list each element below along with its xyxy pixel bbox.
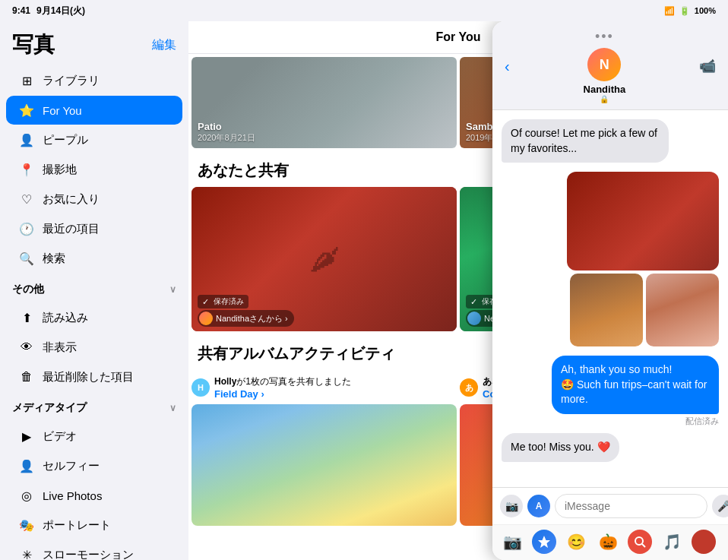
bubble-me-1: Ah, thank you so much!🤩 Such fun trips–c… bbox=[552, 356, 719, 414]
top-photo-patio-date: 2020年8月21日 bbox=[198, 132, 255, 144]
sidebar-item-for-you[interactable]: ⭐ For You bbox=[6, 96, 182, 125]
sidebar-item-places-label: 撮影地 bbox=[43, 163, 77, 177]
sidebar-item-selfie[interactable]: 👤 セルフィー bbox=[6, 451, 182, 480]
messages-more-icon[interactable]: ••• bbox=[595, 29, 614, 45]
sidebar-item-hidden-label: 非表示 bbox=[43, 340, 77, 355]
other-chevron-icon[interactable]: ∨ bbox=[169, 284, 176, 295]
sidebar-item-video-label: ビデオ bbox=[43, 429, 77, 444]
msg-photo-chili[interactable] bbox=[567, 172, 719, 271]
msg-photos-them bbox=[502, 172, 719, 346]
contact-avatar[interactable]: N bbox=[587, 48, 621, 81]
video-call-button[interactable]: 📹 bbox=[696, 55, 719, 78]
nanditha-avatar bbox=[199, 312, 213, 325]
msg-photos-row bbox=[570, 274, 719, 346]
sidebar-main-section: ⊞ ライブラリ ⭐ For You 👤 ピープル 📍 撮影地 ♡ お気に入り 🕐 bbox=[0, 65, 188, 274]
sidebar-item-people[interactable]: 👤 ピープル bbox=[6, 125, 182, 154]
activity-holly-header: H Hollyが1枚の写真を共有しました Field Day › bbox=[191, 373, 457, 404]
messages-avatar-container: N bbox=[587, 48, 621, 81]
svg-line-4 bbox=[642, 544, 645, 547]
messages-header-center: ••• N Nanditha 🔒 bbox=[513, 29, 696, 103]
sidebar-item-selfie-label: セルフィー bbox=[43, 459, 100, 473]
sidebar: 写真 編集 ⊞ ライブラリ ⭐ For You 👤 ピープル 📍 撮影地 ♡ bbox=[0, 21, 188, 560]
sidebar-item-slowmo[interactable]: ✳ スローモーション bbox=[6, 540, 182, 560]
emoji-camera[interactable]: 📷 bbox=[500, 530, 524, 554]
emoji-bar: 📷 😊 🎃 🎵 bbox=[492, 524, 728, 560]
bubble-them-2: Me too! Miss you. ❤️ bbox=[502, 433, 619, 462]
shared-from-nanditha[interactable]: Nandithaさんから › bbox=[198, 310, 294, 327]
status-bar-right: 📶 🔋 100% bbox=[664, 6, 716, 16]
media-section-header: メディアタイプ ∨ bbox=[0, 392, 188, 418]
mic-button[interactable]: 🎤 bbox=[712, 495, 728, 517]
portrait-icon: 🎭 bbox=[18, 517, 35, 533]
video-icon: ▶ bbox=[18, 428, 35, 445]
messages-chat: Of course! Let me pick a few of my favor… bbox=[492, 110, 728, 487]
emoji-search[interactable] bbox=[628, 530, 652, 554]
sidebar-item-portrait-label: ポートレート bbox=[43, 518, 111, 533]
media-chevron-icon[interactable]: ∨ bbox=[169, 403, 176, 413]
sidebar-item-live[interactable]: ◎ Live Photos bbox=[6, 481, 182, 510]
other-section-header: その他 ∨ bbox=[0, 274, 188, 299]
activity-holly-photo[interactable] bbox=[191, 404, 457, 526]
status-date: 9月14日(火) bbox=[36, 5, 85, 17]
media-section-title: メディアタイプ bbox=[12, 401, 87, 415]
places-icon: 📍 bbox=[18, 161, 35, 178]
favorites-icon: ♡ bbox=[18, 191, 35, 207]
checkmark-icon: ✓ bbox=[202, 297, 209, 307]
emoji-appstore[interactable] bbox=[532, 530, 556, 554]
contact-sub: 🔒 bbox=[600, 95, 609, 103]
main-title: For You bbox=[436, 30, 481, 44]
checkmark-icon2: ✓ bbox=[470, 297, 477, 307]
activity-item-holly: H Hollyが1枚の写真を共有しました Field Day › bbox=[191, 373, 457, 526]
activity-holly-album[interactable]: Field Day › bbox=[214, 388, 351, 400]
sidebar-item-favorites[interactable]: ♡ お気に入り bbox=[6, 185, 182, 214]
msg-photo-person[interactable] bbox=[570, 274, 643, 346]
emoji-music[interactable]: 🎵 bbox=[660, 530, 684, 554]
sidebar-item-portrait[interactable]: 🎭 ポートレート bbox=[6, 511, 182, 539]
msg-photo-train[interactable] bbox=[646, 274, 719, 346]
sidebar-item-recent[interactable]: 🕐 最近の項目 bbox=[6, 214, 182, 243]
edit-button[interactable]: 編集 bbox=[152, 37, 176, 53]
sidebar-item-video[interactable]: ▶ ビデオ bbox=[6, 422, 182, 451]
emoji-red-circle[interactable] bbox=[692, 530, 716, 554]
sidebar-item-search[interactable]: 🔍 検索 bbox=[6, 244, 182, 273]
sidebar-item-hidden[interactable]: 👁 非表示 bbox=[6, 333, 182, 362]
people-icon: 👤 bbox=[18, 131, 35, 148]
messages-back-button[interactable]: ‹ bbox=[502, 55, 513, 78]
bubble-them-1: Of course! Let me pick a few of my favor… bbox=[502, 119, 669, 163]
sidebar-other-section: ⬆ 読み込み 👁 非表示 🗑 最近削除した項目 bbox=[0, 302, 188, 392]
search-icon: 🔍 bbox=[18, 250, 35, 267]
sidebar-item-places[interactable]: 📍 撮影地 bbox=[6, 155, 182, 184]
wifi-icon: 📶 bbox=[664, 6, 675, 16]
colors-avatar: あ bbox=[460, 378, 478, 397]
deleted-icon: 🗑 bbox=[18, 369, 35, 385]
emoji-face[interactable]: 😊 bbox=[564, 530, 588, 554]
for-you-icon: ⭐ bbox=[18, 102, 35, 119]
messages-header: ‹ ••• N Nanditha 🔒 📹 bbox=[492, 21, 728, 110]
activity-holly-action: Hollyが1枚の写真を共有しました bbox=[214, 376, 351, 388]
sidebar-item-library[interactable]: ⊞ ライブラリ bbox=[6, 66, 182, 95]
activity-holly-text: Hollyが1枚の写真を共有しました Field Day › bbox=[214, 376, 351, 400]
camera-button[interactable]: 📷 bbox=[500, 495, 523, 517]
top-photo-patio[interactable]: Patio 2020年8月21日 bbox=[191, 57, 457, 148]
emoji-pumpkin[interactable]: 🎃 bbox=[596, 530, 620, 554]
bubble-wrap-them-1: Of course! Let me pick a few of my favor… bbox=[502, 119, 719, 163]
other-section-title: その他 bbox=[12, 283, 44, 296]
top-photo-patio-title: Patio bbox=[198, 121, 255, 132]
recent-icon: 🕐 bbox=[18, 220, 35, 237]
sidebar-item-slowmo-label: スローモーション bbox=[43, 548, 134, 561]
sidebar-item-import[interactable]: ⬆ 読み込み bbox=[6, 303, 182, 332]
shared-photo-nanditha[interactable]: 🌶 ✓ 保存済み Nandithaさんから › bbox=[191, 187, 457, 331]
holly-avatar: H bbox=[191, 378, 210, 397]
bubble-wrap-me-1: Ah, thank you so much!🤩 Such fun trips–c… bbox=[502, 356, 719, 427]
contact-name[interactable]: Nanditha bbox=[584, 84, 626, 95]
sidebar-item-live-label: Live Photos bbox=[43, 489, 102, 502]
sidebar-item-library-label: ライブラリ bbox=[43, 74, 100, 88]
message-input[interactable] bbox=[555, 494, 707, 518]
nanditha-from-label: Nandithaさんから › bbox=[216, 313, 288, 324]
appstore-button[interactable]: A bbox=[527, 495, 550, 517]
hidden-icon: 👁 bbox=[18, 339, 35, 356]
top-photo-patio-label: Patio 2020年8月21日 bbox=[198, 121, 255, 144]
library-icon: ⊞ bbox=[18, 72, 35, 89]
sidebar-item-deleted[interactable]: 🗑 最近削除した項目 bbox=[6, 362, 182, 391]
slowmo-icon: ✳ bbox=[18, 546, 35, 560]
